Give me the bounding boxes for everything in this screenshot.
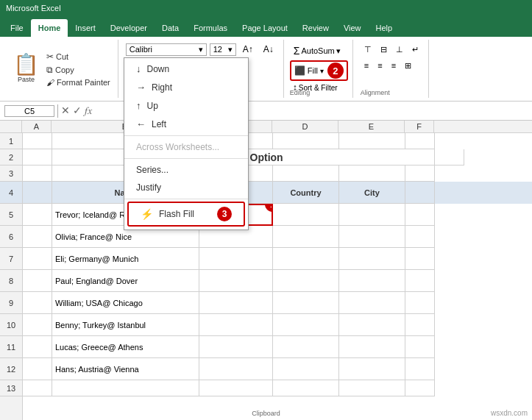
tab-home[interactable]: Home [31,19,68,37]
align-center-button[interactable]: ≡ [374,59,386,73]
cell-a12[interactable] [23,358,52,380]
tab-view[interactable]: View [336,19,369,37]
tab-data[interactable]: Data [155,19,186,37]
cell-b7[interactable]: Eli; Germany@ Munich [52,248,199,270]
cell-f6[interactable] [405,226,435,248]
col-header-e[interactable]: E [338,121,405,132]
cell-a1[interactable] [23,133,52,149]
align-bottom-button[interactable]: ⊥ [392,43,407,57]
font-name-selector[interactable]: Calibri ▾ [126,43,207,56]
menu-item-across-worksheets[interactable]: Across Worksheets... [124,138,248,156]
menu-item-up[interactable]: ↑ Up [124,96,248,115]
autosum-button[interactable]: Σ AutoSum ▾ [290,43,348,59]
cell-d8[interactable] [273,270,339,292]
fill-button[interactable]: ⬛ Fill ▾ 2 [290,60,348,81]
wrap-text-button[interactable]: ↵ [408,43,422,57]
cell-c12[interactable] [199,358,273,380]
menu-item-down[interactable]: ↓ Down [124,60,248,78]
tab-file[interactable]: File [3,19,31,37]
cancel-formula-icon[interactable]: ✕ [61,104,70,117]
cell-e3[interactable] [339,165,405,182]
cell-a2[interactable] [23,149,52,165]
cell-d5[interactable] [273,204,339,226]
cell-f4[interactable] [405,182,435,204]
cell-b12[interactable]: Hans; Austria@ Vienna [52,358,199,380]
cell-e9[interactable] [339,292,405,314]
cell-a9[interactable] [23,292,52,314]
cell-c9[interactable] [199,292,273,314]
cell-d6[interactable] [273,226,339,248]
cell-d1[interactable] [273,133,339,149]
cell-f12[interactable] [405,358,435,380]
cell-d12[interactable] [273,358,339,380]
cell-e5[interactable] [339,204,405,226]
font-size-selector[interactable]: 12 ▾ [210,43,236,56]
cell-d11[interactable] [273,336,339,358]
cell-d13[interactable] [273,380,339,396]
cell-a5[interactable] [23,204,52,226]
tab-review[interactable]: Review [295,19,336,37]
cell-f1[interactable] [405,133,435,149]
cell-c13[interactable] [199,380,273,396]
cell-e11[interactable] [339,336,405,358]
cell-a13[interactable] [23,380,52,396]
cell-f11[interactable] [405,336,435,358]
cell-c11[interactable] [199,336,273,358]
decrease-font-button[interactable]: A↓ [260,43,277,56]
cell-d3[interactable] [273,165,339,182]
cell-c10[interactable] [199,314,273,336]
cell-a10[interactable] [23,314,52,336]
menu-item-right[interactable]: → Right [124,78,248,96]
cell-f9[interactable] [405,292,435,314]
tab-insert[interactable]: Insert [68,19,103,37]
cell-a11[interactable] [23,336,52,358]
confirm-formula-icon[interactable]: ✓ [73,104,82,117]
align-middle-button[interactable]: ⊟ [377,43,391,57]
cell-b9[interactable]: William; USA@ Chicago [52,292,199,314]
copy-button[interactable]: ⧉ Copy [45,64,112,76]
cell-e8[interactable] [339,270,405,292]
name-box[interactable]: C5 [4,105,54,117]
cell-d7[interactable] [273,248,339,270]
cell-b8[interactable]: Paul; England@ Dover [52,270,199,292]
align-right-button[interactable]: ≡ [388,59,400,73]
cell-d4[interactable]: Country [273,182,339,204]
cell-d9[interactable] [273,292,339,314]
cell-a4[interactable] [23,182,52,204]
cell-f2[interactable] [435,149,464,165]
cell-a7[interactable] [23,248,52,270]
cell-f8[interactable] [405,270,435,292]
cell-d10[interactable] [273,314,339,336]
tab-help[interactable]: Help [369,19,400,37]
menu-item-left[interactable]: ← Left [124,115,248,133]
insert-function-icon[interactable]: 𝑓𝑥 [85,104,92,117]
cell-e4[interactable]: City [339,182,405,204]
cell-a8[interactable] [23,270,52,292]
align-left-button[interactable]: ≡ [361,59,372,73]
cell-f3[interactable] [405,165,435,182]
merge-button[interactable]: ⊞ [401,59,415,73]
col-header-a[interactable]: A [22,121,52,132]
col-header-f[interactable]: F [405,121,434,132]
format-painter-button[interactable]: 🖌 Format Painter [45,77,112,88]
cell-b13[interactable] [52,380,199,396]
cut-button[interactable]: ✂ Cut [45,51,112,63]
cell-f7[interactable] [405,248,435,270]
paste-button[interactable]: 📋 Paste [10,51,42,86]
cell-f5[interactable] [405,204,435,226]
menu-item-flash-fill[interactable]: ⚡ Flash Fill 3 [127,202,245,227]
cell-f10[interactable] [405,314,435,336]
cell-b10[interactable]: Benny; Turkey@ Istanbul [52,314,199,336]
tab-developer[interactable]: Developer [103,19,155,37]
cell-e12[interactable] [339,358,405,380]
cell-c8[interactable] [199,270,273,292]
cell-c7[interactable] [199,248,273,270]
align-top-button[interactable]: ⊤ [361,43,375,57]
cell-e10[interactable] [339,314,405,336]
cell-a6[interactable] [23,226,52,248]
tab-formulas[interactable]: Formulas [186,19,235,37]
tab-page-layout[interactable]: Page Layout [235,19,295,37]
increase-font-button[interactable]: A↑ [239,43,257,56]
cell-a3[interactable] [23,165,52,182]
cell-e6[interactable] [339,226,405,248]
